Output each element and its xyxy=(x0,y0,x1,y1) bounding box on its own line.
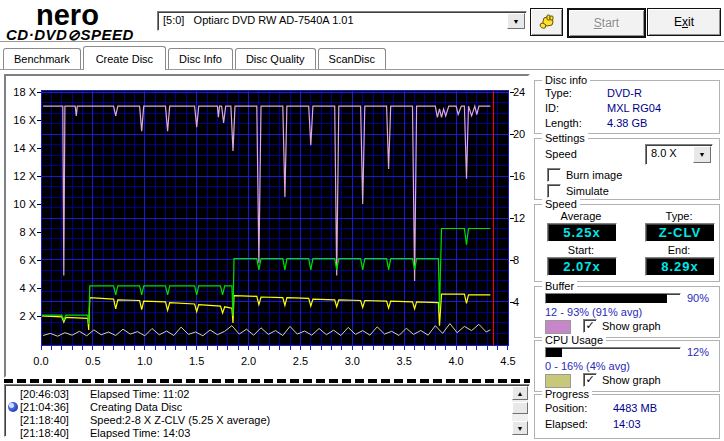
speed-chart-panel: 18 X16 X14 X12 X10 X8 X6 X4 X2 X24201612… xyxy=(4,74,530,378)
disc-info-group: Disc info Type: DVD-R ID: MXL RG04 Lengt… xyxy=(534,80,720,134)
y-axis-label-left: 4 X xyxy=(6,282,36,294)
axis-tick xyxy=(37,204,41,205)
axis-tick xyxy=(37,176,41,177)
x-axis-label: 1.5 xyxy=(182,355,212,367)
start-button-label: Start xyxy=(594,16,619,30)
tab-disc-info[interactable]: Disc Info xyxy=(168,48,233,69)
log-scrollbar[interactable]: ▲ ▼ xyxy=(512,386,528,435)
position-label: Position: xyxy=(545,402,587,414)
start-button[interactable]: Start xyxy=(567,8,646,38)
axis-tick xyxy=(37,148,41,149)
event-log-listbox[interactable]: [20:46:03] Elapsed Time: 11:02 [21:04:36… xyxy=(4,384,530,437)
cpu-usage-title: CPU Usage xyxy=(542,334,606,346)
y-axis-label-left: 14 X xyxy=(6,142,36,154)
axis-tick xyxy=(37,288,41,289)
disc-type-value: DVD-R xyxy=(607,87,642,99)
disc-type-label: Type: xyxy=(545,87,572,99)
speed-select-value: 8.0 X xyxy=(651,147,677,159)
tab-benchmark[interactable]: Benchmark xyxy=(3,48,81,69)
nero-logo: nero xyxy=(36,2,99,28)
x-axis-label: 0.0 xyxy=(26,355,56,367)
cpu-usage-group: CPU Usage 12% 0 - 16% (4% avg) ✓ Show gr… xyxy=(534,340,720,392)
axis-tick xyxy=(510,302,514,303)
axis-tick xyxy=(510,92,514,93)
speed-stats-group: Speed Average Type: 5.25x Z-CLV Start: E… xyxy=(534,204,720,282)
exit-button[interactable]: Exit xyxy=(647,8,721,36)
tab-scandisc[interactable]: ScanDisc xyxy=(318,48,386,69)
buffer-show-graph-checkbox[interactable]: ✓ xyxy=(583,319,597,333)
speed-chart xyxy=(41,90,509,351)
tab-create-disc[interactable]: Create Disc xyxy=(83,46,166,70)
scroll-down-button[interactable]: ▼ xyxy=(512,421,528,435)
axis-tick xyxy=(37,92,41,93)
x-axis-label: 4.0 xyxy=(441,355,471,367)
elapsed-value: 14:03 xyxy=(613,418,641,430)
y-axis-label-right: 16 xyxy=(513,170,531,182)
drive-options-button[interactable] xyxy=(530,8,563,36)
x-axis-label: 2.5 xyxy=(285,355,315,367)
speed-select-label: Speed xyxy=(545,148,577,160)
axis-tick xyxy=(510,218,514,219)
y-axis-label-left: 10 X xyxy=(6,198,36,210)
log-row: [21:04:36] Creating Data Disc xyxy=(5,401,529,414)
buffer-group: Buffer 90% 12 - 93% (91% avg) ✓ Show gra… xyxy=(534,286,720,338)
buffer-show-graph-label: Show graph xyxy=(602,320,661,332)
x-axis-label: 0.5 xyxy=(78,355,108,367)
cpu-percent: 12% xyxy=(687,346,709,358)
disc-length-label: Length: xyxy=(545,117,582,129)
splitter-handle[interactable] xyxy=(4,379,530,383)
speed-type-display: Z-CLV xyxy=(645,223,715,242)
axis-tick xyxy=(510,176,514,177)
speed-select-dropdown-button[interactable]: ▼ xyxy=(693,146,711,163)
buffer-gauge-fill xyxy=(546,294,667,303)
axis-tick xyxy=(37,260,41,261)
speed-select-combobox[interactable]: 8.0 X ▼ xyxy=(645,144,713,165)
disc-length-value: 4.38 GB xyxy=(607,117,647,129)
x-axis-label: 3.5 xyxy=(389,355,419,367)
position-value: 4483 MB xyxy=(613,402,657,414)
drive-select-dropdown-button[interactable]: ▼ xyxy=(507,13,525,29)
nero-cd-dvd-speed-window: nero CD·DVD⊘SPEED [5:0] Optiarc DVD RW A… xyxy=(0,0,724,441)
end-speed-display: 8.29x xyxy=(645,257,715,276)
scroll-thumb[interactable] xyxy=(512,402,528,414)
cpu-show-graph-checkbox[interactable]: ✓ xyxy=(583,373,597,387)
tab-disc-quality[interactable]: Disc Quality xyxy=(235,48,316,69)
y-axis-label-left: 12 X xyxy=(6,170,36,182)
arrow-up-icon: ▲ xyxy=(517,390,524,397)
cpu-gauge-fill xyxy=(546,348,562,357)
simulate-checkbox[interactable] xyxy=(547,184,561,198)
drive-select-combobox[interactable]: [5:0] Optiarc DVD RW AD-7540A 1.01 ▼ xyxy=(157,11,527,31)
y-axis-label-left: 18 X xyxy=(6,86,36,98)
simulate-label: Simulate xyxy=(566,185,609,197)
log-row: [20:46:03] Elapsed Time: 11:02 xyxy=(5,388,529,401)
cpu-range: 0 - 16% (4% avg) xyxy=(545,360,630,372)
y-axis-label-left: 16 X xyxy=(6,114,36,126)
y-axis-label-right: 8 xyxy=(513,254,531,266)
y-axis-label-right: 20 xyxy=(513,128,531,140)
speed-type-label: Type: xyxy=(645,210,713,222)
y-axis-label-right: 12 xyxy=(513,212,531,224)
settings-title: Settings xyxy=(542,132,588,144)
disc-id-value: MXL RG04 xyxy=(607,102,661,114)
chevron-down-icon: ▼ xyxy=(513,18,520,25)
cpu-color-swatch xyxy=(545,374,571,388)
axis-tick xyxy=(510,134,514,135)
axis-tick xyxy=(37,232,41,233)
start-speed-display: 2.07x xyxy=(547,257,617,276)
y-axis-label-right: 24 xyxy=(513,86,531,98)
y-axis-label-left: 2 X xyxy=(6,310,36,322)
progress-group: Progress Position: 4483 MB Elapsed: 14:0… xyxy=(534,394,720,439)
log-row: [21:18:40] Speed:2-8 X Z-CLV (5.25 X ave… xyxy=(5,414,529,427)
speed-stats-title: Speed xyxy=(542,198,580,210)
buffer-title: Buffer xyxy=(542,280,577,292)
chevron-down-icon: ▼ xyxy=(699,151,706,158)
y-axis-label-right: 4 xyxy=(513,296,531,308)
scroll-up-button[interactable]: ▲ xyxy=(512,386,528,400)
exit-button-label: Exit xyxy=(674,15,694,29)
burn-image-checkbox[interactable] xyxy=(547,168,561,182)
drive-select-value: [5:0] Optiarc DVD RW AD-7540A 1.01 xyxy=(163,14,354,26)
y-axis-label-left: 8 X xyxy=(6,226,36,238)
y-axis-label-left: 6 X xyxy=(6,254,36,266)
hand-icon xyxy=(537,12,557,32)
cpu-gauge xyxy=(545,347,681,358)
